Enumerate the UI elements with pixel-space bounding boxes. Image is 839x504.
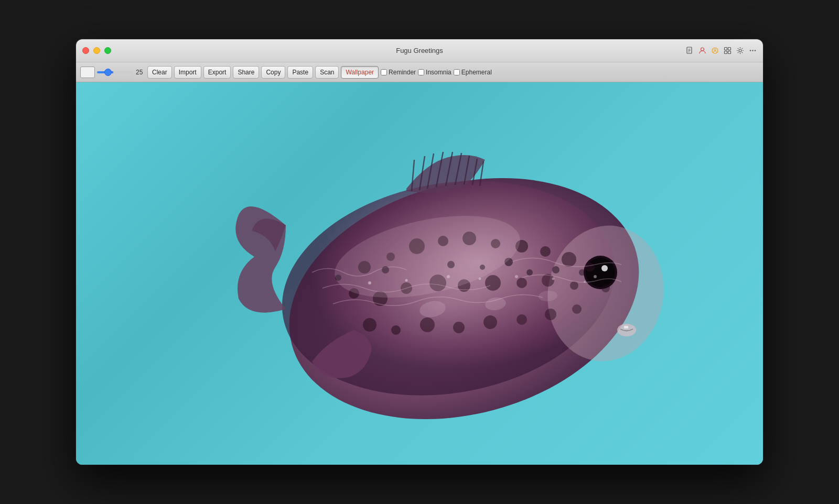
brush-size-slider[interactable] xyxy=(97,71,134,73)
reminder-checkbox[interactable] xyxy=(381,69,387,75)
svg-point-58 xyxy=(572,304,582,314)
svg-point-41 xyxy=(585,262,595,272)
svg-point-56 xyxy=(517,314,527,325)
gear-icon[interactable] xyxy=(736,47,744,55)
clear-button[interactable]: Clear xyxy=(147,66,172,79)
svg-point-39 xyxy=(540,246,551,257)
slider-value: 25 xyxy=(136,69,145,76)
svg-point-47 xyxy=(485,275,501,291)
svg-point-29 xyxy=(601,265,608,271)
copy-button[interactable]: Copy xyxy=(261,66,285,79)
maximize-button[interactable] xyxy=(104,47,111,54)
export-button[interactable]: Export xyxy=(203,66,231,79)
more-icon[interactable] xyxy=(748,47,757,55)
svg-point-14 xyxy=(754,50,755,51)
window-title: Fugu Greetings xyxy=(396,47,443,54)
toolbar: 25 Clear Import Export Share Copy Paste … xyxy=(76,62,763,82)
ephemeral-label[interactable]: Ephemeral xyxy=(454,69,492,76)
svg-point-30 xyxy=(594,275,597,278)
fish-illustration xyxy=(207,110,679,451)
titlebar-actions xyxy=(685,47,757,55)
person-icon[interactable] xyxy=(698,47,706,55)
insomnia-label[interactable]: Insomnia xyxy=(418,69,451,76)
slider-container: 25 xyxy=(97,69,145,76)
app-window: Fugu Greetings xyxy=(76,39,763,465)
ephemeral-checkbox[interactable] xyxy=(454,69,460,75)
svg-point-77 xyxy=(552,278,555,280)
traffic-lights xyxy=(82,47,111,54)
svg-point-64 xyxy=(526,269,533,276)
reminder-label[interactable]: Reminder xyxy=(381,69,416,76)
svg-point-66 xyxy=(579,269,585,276)
svg-point-54 xyxy=(453,322,465,333)
svg-point-11 xyxy=(739,49,741,52)
svg-point-12 xyxy=(749,50,750,51)
canvas-area[interactable] xyxy=(76,82,763,465)
svg-point-28 xyxy=(586,258,615,287)
svg-rect-8 xyxy=(728,48,730,50)
svg-point-65 xyxy=(552,266,560,273)
document-icon[interactable] xyxy=(685,47,694,55)
svg-point-76 xyxy=(515,275,518,278)
svg-point-78 xyxy=(584,281,586,283)
svg-point-55 xyxy=(483,315,497,329)
puzzle-icon[interactable] xyxy=(723,47,732,55)
svg-point-48 xyxy=(517,278,527,288)
minimize-button[interactable] xyxy=(93,47,100,54)
svg-point-67 xyxy=(601,284,610,292)
svg-rect-9 xyxy=(724,51,727,54)
svg-rect-79 xyxy=(624,326,628,328)
svg-point-50 xyxy=(570,281,578,290)
svg-rect-7 xyxy=(724,48,727,50)
svg-point-74 xyxy=(447,275,450,278)
paste-button[interactable]: Paste xyxy=(287,66,313,79)
svg-point-52 xyxy=(391,325,401,335)
svg-point-75 xyxy=(479,278,481,280)
share-button[interactable]: Share xyxy=(233,66,259,79)
svg-rect-10 xyxy=(728,51,730,54)
color-swatch[interactable] xyxy=(80,67,95,78)
svg-point-40 xyxy=(562,252,576,267)
svg-point-73 xyxy=(405,279,408,282)
svg-point-31 xyxy=(617,324,636,336)
profile-icon[interactable] xyxy=(711,47,719,55)
svg-point-51 xyxy=(363,318,377,332)
svg-point-13 xyxy=(752,50,753,51)
svg-point-57 xyxy=(545,309,556,320)
scan-button[interactable]: Scan xyxy=(315,66,339,79)
svg-point-53 xyxy=(420,317,435,332)
fish-scene xyxy=(76,82,763,465)
wallpaper-button[interactable]: Wallpaper xyxy=(341,66,379,79)
svg-point-4 xyxy=(701,48,704,51)
insomnia-checkbox[interactable] xyxy=(418,69,424,75)
svg-point-72 xyxy=(368,281,371,284)
import-button[interactable]: Import xyxy=(174,66,201,79)
svg-point-6 xyxy=(714,49,716,51)
close-button[interactable] xyxy=(82,47,89,54)
titlebar: Fugu Greetings xyxy=(76,39,763,62)
